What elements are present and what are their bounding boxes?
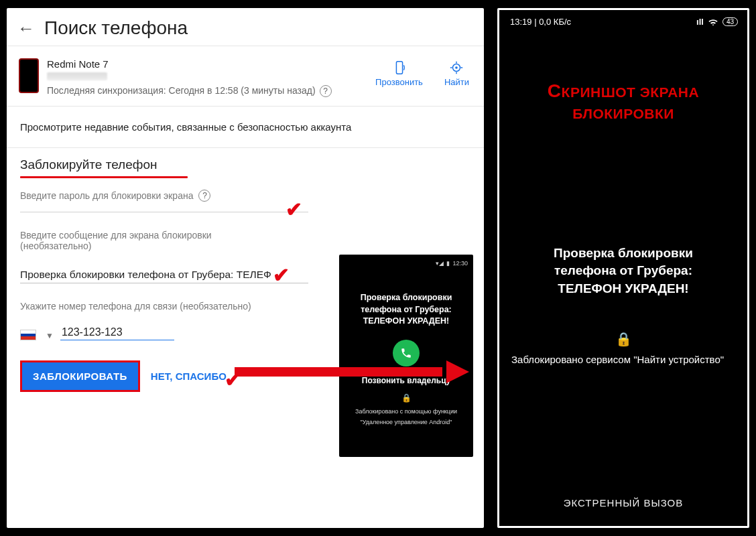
mini-lock-message: Проверка блокировки телефона от Грубера:… — [361, 292, 452, 328]
find-button[interactable]: Найти — [444, 58, 469, 87]
password-label: Введите пароль для блокировки экрана ? — [20, 190, 470, 202]
mini-msg-l1: Проверка блокировки — [361, 292, 452, 304]
help-icon[interactable]: ? — [320, 85, 332, 97]
header: ← Поиск телефона — [7, 8, 484, 46]
msg-l3: ТЕЛЕФОН УКРАДЕН! — [515, 280, 731, 298]
annotation-check-icon: ✔ — [273, 263, 290, 287]
signal-icon: ıll — [696, 17, 704, 27]
locate-icon — [449, 58, 464, 77]
password-input[interactable] — [20, 206, 308, 212]
help-icon[interactable]: ? — [198, 190, 210, 202]
mini-msg-l3: ТЕЛЕФОН УКРАДЕН! — [361, 316, 452, 328]
lock-heading: Заблокируйте телефон — [20, 157, 470, 172]
svg-rect-0 — [396, 62, 402, 74]
mini-msg-l2: телефона от Грубера: — [361, 304, 452, 316]
ring-label: Прозвонить — [375, 77, 423, 87]
message-label-2: (необязательно) — [20, 241, 91, 251]
message-input-underline — [20, 281, 308, 283]
message-label: Введите сообщение для экрана блокировки … — [20, 230, 470, 251]
annotation-arrow-icon — [235, 363, 469, 381]
chevron-down-icon[interactable]: ▼ — [46, 331, 54, 340]
msg-l2: телефона от Грубера: — [515, 262, 731, 280]
device-account-blurred — [47, 72, 107, 80]
svg-point-2 — [456, 66, 458, 69]
msg-l1: Проверка блокировки — [515, 245, 731, 263]
device-thumbnail — [19, 58, 39, 93]
find-label: Найти — [444, 77, 469, 87]
lock-icon: 🔒 — [499, 331, 747, 347]
wifi-icon — [708, 17, 718, 27]
signal-icon: ▾◢ — [436, 260, 444, 267]
ring-button[interactable]: Прозвонить — [375, 58, 423, 87]
mini-sub1: Заблокировано с помощью функции — [355, 408, 457, 415]
message-input-value[interactable]: Проверка блокировки телефона от Грубера:… — [20, 269, 308, 281]
phone-ring-icon — [392, 58, 407, 77]
phone-input[interactable] — [60, 325, 174, 340]
device-name: Redmi Note 7 — [47, 58, 375, 70]
red-title-2: блокировки — [572, 106, 674, 121]
battery-icon: ▮ — [446, 260, 450, 267]
actions-row: ЗАБЛОКИРОВАТЬ НЕТ, СПАСИБО — [7, 347, 484, 405]
status-bar: 13:19 | 0,0 КБ/с ıll 43 — [499, 10, 747, 29]
red-title-1: криншот экрана — [562, 84, 700, 100]
mini-time: 12:30 — [452, 260, 468, 267]
security-events-link[interactable]: Просмотрите недавние события, связанные … — [7, 107, 484, 147]
device-actions: Прозвонить Найти — [375, 58, 473, 87]
page-title: Поиск телефона — [44, 17, 188, 39]
status-icons: ıll 43 — [696, 17, 738, 27]
device-row: Redmi Note 7 Последняя синхронизация: Се… — [7, 46, 484, 106]
password-label-text: Введите пароль для блокировки экрана — [20, 190, 193, 201]
device-info: Redmi Note 7 Последняя синхронизация: Се… — [47, 58, 375, 98]
mini-status-bar: ▾◢ ▮ 12:30 — [436, 260, 473, 267]
blocked-by-text: Заблокировано сервисом "Найти устройство… — [499, 347, 747, 366]
emergency-call-button[interactable]: ЭКСТРЕННЫЙ ВЫЗОВ — [499, 497, 747, 509]
back-icon[interactable]: ← — [17, 18, 35, 39]
sync-text: Последняя синхронизация: Сегодня в 12:58… — [47, 84, 375, 98]
annotation-underline — [20, 176, 188, 178]
message-label-1: Введите сообщение для экрана блокировки — [20, 230, 212, 241]
flag-ru-icon[interactable] — [20, 330, 36, 340]
status-time: 13:19 | 0,0 КБ/с — [510, 17, 571, 27]
annotation-check-icon: ✔ — [286, 198, 302, 221]
no-thanks-button[interactable]: НЕТ, СПАСИБО — [151, 371, 227, 382]
lockscreen-screenshot: 13:19 | 0,0 КБ/с ıll 43 Скриншот экрана … — [497, 8, 749, 528]
battery-icon: 43 — [722, 17, 738, 26]
sync-label: Последняя синхронизация: Сегодня в 12:58… — [47, 85, 316, 96]
mini-sub2: "Удаленное управление Android" — [360, 419, 452, 425]
annotation-title: Скриншот экрана блокировки — [499, 78, 747, 124]
lockscreen-message: Проверка блокировки телефона от Грубера:… — [499, 245, 747, 298]
lock-button[interactable]: ЗАБЛОКИРОВАТЬ — [20, 360, 140, 392]
find-phone-panel: ← Поиск телефона Redmi Note 7 Последняя … — [7, 8, 484, 528]
